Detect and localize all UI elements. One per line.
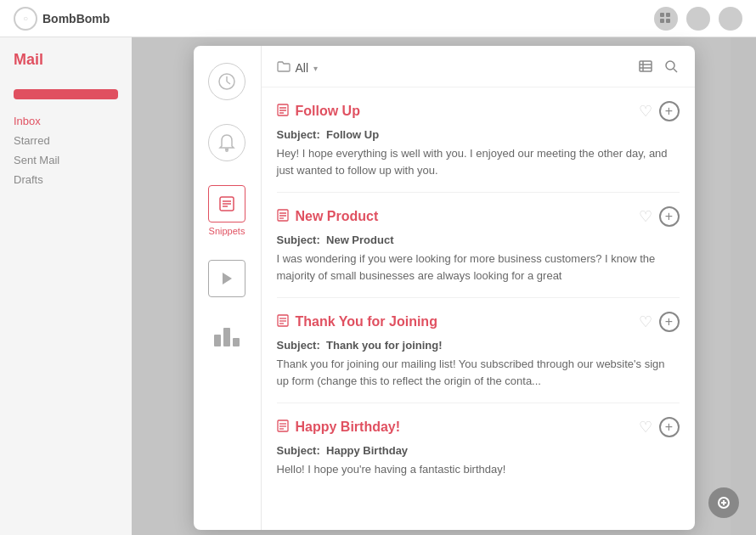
logo-area: ○ BombBomb xyxy=(14,7,110,31)
subject-value: Follow Up xyxy=(326,128,379,141)
fab-button[interactable] xyxy=(708,487,739,518)
svg-rect-1 xyxy=(666,13,670,17)
snippet-title-row: Thank You for Joining ♡ + xyxy=(277,312,680,332)
snippet-subject: Subject: Happy Birthday xyxy=(277,444,680,457)
snippet-doc-icon xyxy=(277,104,289,119)
subject-label: Subject: xyxy=(277,128,320,141)
snippet-doc-icon xyxy=(277,420,289,435)
header-actions xyxy=(637,58,680,78)
add-button[interactable]: + xyxy=(659,101,680,121)
snippet-body: I was wondering if you were looking for … xyxy=(277,251,680,284)
snippet-title-row: Follow Up ♡ + xyxy=(277,101,680,121)
sidebar-item-sent[interactable]: Sent Mail xyxy=(14,150,118,170)
svg-line-19 xyxy=(674,69,677,72)
clock-icon[interactable] xyxy=(208,63,245,100)
user-avatar-small[interactable] xyxy=(686,7,710,31)
snippet-title-text[interactable]: New Product xyxy=(296,209,379,224)
snippet-item: New Product ♡ + Subject: New Product I w… xyxy=(277,193,680,298)
snippet-title-left: Happy Birthday! xyxy=(277,420,401,435)
bar-1 xyxy=(214,335,221,346)
modal-overlay: Snippets xyxy=(132,37,756,535)
play-icon[interactable] xyxy=(208,260,245,297)
subject-label: Subject: xyxy=(277,444,320,457)
snippets-label: Snippets xyxy=(209,226,245,236)
add-button[interactable]: + xyxy=(659,206,680,227)
folder-icon xyxy=(277,61,291,75)
snippet-body: Hey! I hope everything is well with you.… xyxy=(277,145,680,178)
modal-rail: Snippets xyxy=(194,46,262,530)
logo-circle: ○ xyxy=(14,7,37,31)
sidebar-nav: Inbox Starred Sent Mail Drafts xyxy=(14,111,118,189)
sidebar-item-drafts[interactable]: Drafts xyxy=(14,170,118,189)
snippet-doc-icon xyxy=(277,314,289,329)
snippet-subject: Subject: New Product xyxy=(277,234,680,246)
snippet-title-text[interactable]: Follow Up xyxy=(296,104,360,119)
sidebar-item-inbox[interactable]: Inbox xyxy=(14,111,118,131)
bar-3 xyxy=(233,338,240,346)
svg-point-8 xyxy=(226,149,228,151)
snippet-body: Hello! I hope you're having a fantastic … xyxy=(277,461,680,478)
svg-line-6 xyxy=(227,82,230,84)
search-button[interactable] xyxy=(663,58,680,78)
snippet-body: Thank you for joining our mailing list! … xyxy=(277,356,680,389)
modal-header: All ▾ xyxy=(262,46,695,87)
snippet-doc-icon xyxy=(277,209,289,224)
snippet-actions: ♡ + xyxy=(639,101,680,121)
new-button[interactable] xyxy=(14,89,118,99)
subject-value: Happy Birthday xyxy=(326,444,408,457)
snippet-title-text[interactable]: Happy Birthday! xyxy=(296,420,401,435)
chevron-down-icon: ▾ xyxy=(313,64,318,73)
app-sidebar: Mail Inbox Starred Sent Mail Drafts xyxy=(0,37,132,535)
snippet-title-left: Thank You for Joining xyxy=(277,314,437,329)
snippet-actions: ♡ + xyxy=(639,206,680,227)
favorite-button[interactable]: ♡ xyxy=(639,102,652,121)
snippet-title-text[interactable]: Thank You for Joining xyxy=(296,314,437,329)
sidebar-item-starred[interactable]: Starred xyxy=(14,131,118,150)
svg-point-18 xyxy=(666,61,674,70)
snippet-actions: ♡ + xyxy=(639,312,680,332)
favorite-button[interactable]: ♡ xyxy=(639,313,652,331)
snippets-modal: Snippets xyxy=(194,46,695,530)
bell-icon[interactable] xyxy=(208,124,245,161)
snippets-list: Follow Up ♡ + Subject: Follow Up Hey! I … xyxy=(262,87,695,530)
snippets-icon-box xyxy=(208,185,245,222)
snippet-item: Follow Up ♡ + Subject: Follow Up Hey! I … xyxy=(277,87,680,193)
snippet-actions: ♡ + xyxy=(639,417,680,437)
snippet-subject: Subject: Follow Up xyxy=(277,128,680,141)
snippet-title-left: Follow Up xyxy=(277,104,360,119)
snippet-item: Happy Birthday! ♡ + Subject: Happy Birth… xyxy=(277,403,680,492)
svg-rect-2 xyxy=(660,19,664,23)
snippet-subject: Subject: Thank you for joining! xyxy=(277,339,680,352)
app-name: BombBomb xyxy=(42,12,110,25)
favorite-button[interactable]: ♡ xyxy=(639,207,652,226)
add-button[interactable]: + xyxy=(659,417,680,437)
modal-main-content: All ▾ xyxy=(262,46,695,530)
favorite-button[interactable]: ♡ xyxy=(639,418,652,436)
filter-area[interactable]: All ▾ xyxy=(277,61,319,75)
bar-chart-icon[interactable] xyxy=(214,321,240,346)
list-view-button[interactable] xyxy=(637,59,654,77)
subject-label: Subject: xyxy=(277,234,320,246)
snippet-title-row: New Product ♡ + xyxy=(277,206,680,227)
grid-icon[interactable] xyxy=(654,7,678,31)
top-bar: ○ BombBomb xyxy=(0,0,756,37)
svg-rect-14 xyxy=(640,61,652,71)
app-section-title: Mail xyxy=(14,51,118,69)
subject-value: New Product xyxy=(326,234,393,246)
add-button[interactable]: + xyxy=(659,312,680,332)
top-bar-right xyxy=(654,7,742,31)
logo-char: ○ xyxy=(23,14,28,23)
snippet-title-left: New Product xyxy=(277,209,379,224)
snippet-title-row: Happy Birthday! ♡ + xyxy=(277,417,680,437)
bar-2 xyxy=(223,328,230,346)
snippets-icon-group[interactable]: Snippets xyxy=(208,185,245,236)
svg-rect-3 xyxy=(666,19,670,23)
subject-value: Thank you for joining! xyxy=(326,339,443,352)
svg-rect-0 xyxy=(660,13,664,17)
svg-marker-13 xyxy=(223,273,232,284)
user-avatar-large[interactable] xyxy=(719,7,742,31)
snippet-item: Thank You for Joining ♡ + Subject: Thank… xyxy=(277,298,680,403)
filter-label: All xyxy=(296,61,309,75)
subject-label: Subject: xyxy=(277,339,320,352)
